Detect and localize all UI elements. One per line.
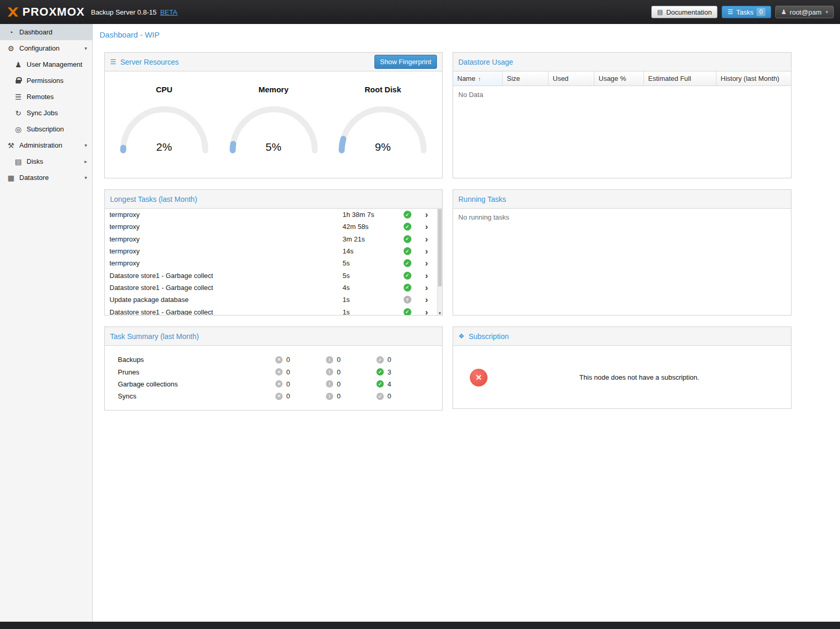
sidebar-item-datastore[interactable]: ▦ Datastore ▾ xyxy=(0,170,92,186)
top-bar: PROXMOX Backup Server 0.8-15 BETA ▤ Docu… xyxy=(0,0,840,24)
sidebar-item-configuration[interactable]: ⚙ Configuration ▾ xyxy=(0,40,92,56)
sidebar-item-administration[interactable]: ⚒ Administration ▾ xyxy=(0,137,92,153)
sidebar-item-sync-jobs[interactable]: ↻ Sync Jobs xyxy=(0,105,92,121)
summary-row-garbage-collections[interactable]: Garbage collections 0 0 4 xyxy=(105,378,442,390)
chevron-right-icon[interactable]: › xyxy=(417,247,436,256)
root-disk-gauge: Root Disk 9% xyxy=(333,85,433,154)
product-version: Backup Server 0.8-15 xyxy=(91,8,156,16)
datastore-usage-panel: Datastore Usage Name ↑ Size Used Usage %… xyxy=(453,52,792,178)
proxmox-x-icon xyxy=(6,5,20,19)
chevron-right-icon[interactable]: › xyxy=(417,308,436,316)
beta-link[interactable]: BETA xyxy=(160,8,177,16)
task-status-icon xyxy=(404,272,411,280)
error-icon xyxy=(275,380,283,388)
subscription-body: ✕ This node does not have a subscription… xyxy=(453,346,791,409)
task-row[interactable]: termproxy 3m 21s › xyxy=(105,233,442,245)
datastore-usage-header: Datastore Usage xyxy=(453,53,791,71)
task-summary-body: Backups 0 0 0 Prunes 0 0 3 Garbage colle… xyxy=(105,346,442,403)
task-status-icon xyxy=(404,211,411,219)
longest-tasks-list: termproxy 1h 38m 7s › termproxy 42m 58s … xyxy=(105,209,442,316)
no-data-text: No Data xyxy=(453,86,791,103)
sort-asc-icon: ↑ xyxy=(478,76,481,82)
summary-row-prunes[interactable]: Prunes 0 0 3 xyxy=(105,366,442,378)
gears-icon: ⚙ xyxy=(6,44,16,53)
chevron-right-icon: ▸ xyxy=(84,159,87,164)
server-resources-panel: ☰ Server Resources Show Fingerprint CPU … xyxy=(104,52,443,178)
task-status-icon xyxy=(404,223,411,231)
user-menu-button[interactable]: ♟ root@pam ▾ xyxy=(775,6,834,18)
task-status-icon xyxy=(404,247,411,255)
summary-row-syncs[interactable]: Syncs 0 0 0 xyxy=(105,390,442,402)
task-row[interactable]: Datastore store1 - Garbage collect 1s › xyxy=(105,306,442,316)
task-row[interactable]: Update package database 1s › xyxy=(105,294,442,306)
tasks-count-badge: 0 xyxy=(757,8,765,16)
task-status-icon xyxy=(404,259,411,267)
proxmox-logo: PROXMOX xyxy=(6,5,84,19)
tasks-button[interactable]: ☰ Tasks 0 xyxy=(722,6,771,18)
longest-tasks-header: Longest Tasks (last Month) xyxy=(105,190,442,209)
task-summary-panel: Task Summary (last Month) Backups 0 0 0 … xyxy=(104,326,443,410)
chevron-right-icon[interactable]: › xyxy=(417,235,436,244)
error-icon xyxy=(275,393,283,400)
sidebar-item-subscription[interactable]: ◎ Subscription xyxy=(0,121,92,137)
ok-icon xyxy=(376,356,384,364)
root-disk-percent: 9% xyxy=(333,141,433,153)
chevron-down-icon: ▾ xyxy=(84,175,87,180)
column-header-name[interactable]: Name ↑ xyxy=(453,71,503,86)
warning-icon xyxy=(326,356,333,364)
task-row[interactable]: Datastore store1 - Garbage collect 4s › xyxy=(105,282,442,294)
summary-row-backups[interactable]: Backups 0 0 0 xyxy=(105,354,442,366)
sidebar-item-user-management[interactable]: ♟ User Management xyxy=(0,56,92,72)
documentation-button[interactable]: ▤ Documentation xyxy=(651,6,717,18)
scrollbar[interactable]: ▼ xyxy=(437,209,442,316)
chevron-right-icon[interactable]: › xyxy=(417,283,436,292)
task-row[interactable]: termproxy 42m 58s › xyxy=(105,221,442,233)
task-status-icon xyxy=(404,296,411,304)
ok-icon xyxy=(376,393,384,400)
task-row[interactable]: termproxy 5s › xyxy=(105,257,442,269)
memory-gauge: Memory 5% xyxy=(224,85,324,154)
task-status-icon xyxy=(404,235,411,243)
main-content: Dashboard - WIP ☰ Server Resources Show … xyxy=(93,24,840,622)
server-list-icon: ☰ xyxy=(14,93,23,101)
show-fingerprint-button[interactable]: Show Fingerprint xyxy=(374,55,437,69)
cpu-percent: 2% xyxy=(114,141,214,153)
warning-icon xyxy=(326,393,333,400)
column-header-estimated-full[interactable]: Estimated Full xyxy=(644,71,716,86)
user-icon: ♟ xyxy=(781,8,787,16)
task-row[interactable]: termproxy 14s › xyxy=(105,245,442,257)
chevron-right-icon[interactable]: › xyxy=(417,295,436,304)
subscription-icon: ❖ xyxy=(458,332,465,340)
scrollbar-thumb[interactable] xyxy=(438,209,442,286)
error-icon xyxy=(275,368,283,376)
column-header-size[interactable]: Size xyxy=(503,71,549,86)
sidebar-item-dashboard[interactable]: ◔ Dashboard xyxy=(0,24,92,40)
running-tasks-panel: Running Tasks No running tasks xyxy=(453,189,792,316)
tachometer-icon: ◔ xyxy=(6,28,16,37)
scroll-down-icon[interactable]: ▼ xyxy=(437,311,442,316)
gauge-group: CPU 2% Memory 5% xyxy=(105,71,442,154)
sidebar-item-remotes[interactable]: ☰ Remotes xyxy=(0,89,92,105)
chevron-right-icon[interactable]: › xyxy=(417,271,436,280)
column-header-history[interactable]: History (last Month) xyxy=(716,71,791,86)
chevron-right-icon[interactable]: › xyxy=(417,222,436,231)
ok-icon xyxy=(376,368,384,376)
error-icon xyxy=(275,356,283,364)
task-row[interactable]: Datastore store1 - Garbage collect 5s › xyxy=(105,269,442,281)
chevron-right-icon[interactable]: › xyxy=(417,210,436,219)
task-row[interactable]: termproxy 1h 38m 7s › xyxy=(105,209,442,221)
server-resources-header: ☰ Server Resources Show Fingerprint xyxy=(105,53,442,71)
sidebar-item-permissions[interactable]: Permissions xyxy=(0,72,92,89)
life-ring-icon: ◎ xyxy=(14,125,23,134)
memory-percent: 5% xyxy=(224,141,324,153)
longest-tasks-panel: Longest Tasks (last Month) termproxy 1h … xyxy=(104,189,443,316)
column-header-used[interactable]: Used xyxy=(549,71,594,86)
book-icon: ▤ xyxy=(657,8,663,16)
datastore-usage-column-headers: Name ↑ Size Used Usage % Estimated Full … xyxy=(453,71,791,86)
sidebar-item-disks[interactable]: ▤ Disks ▸ xyxy=(0,153,92,170)
no-running-tasks-text: No running tasks xyxy=(453,209,791,226)
task-list-icon: ☰ xyxy=(727,8,733,16)
chevron-right-icon[interactable]: › xyxy=(417,259,436,268)
warning-icon xyxy=(326,380,333,388)
column-header-usage-percent[interactable]: Usage % xyxy=(594,71,644,86)
